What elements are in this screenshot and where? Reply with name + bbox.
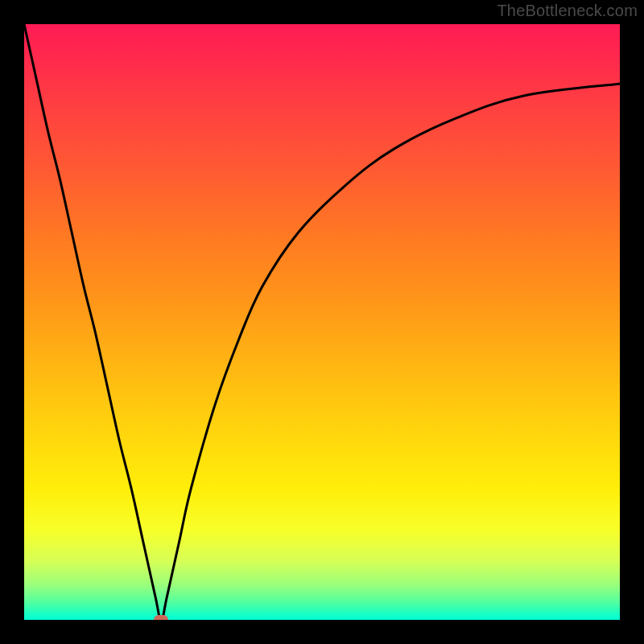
chart-frame: TheBottleneck.com (0, 0, 644, 644)
optimum-marker (154, 615, 168, 620)
bottleneck-curve (24, 24, 620, 620)
watermark-text: TheBottleneck.com (497, 2, 638, 20)
plot-area (24, 24, 620, 620)
